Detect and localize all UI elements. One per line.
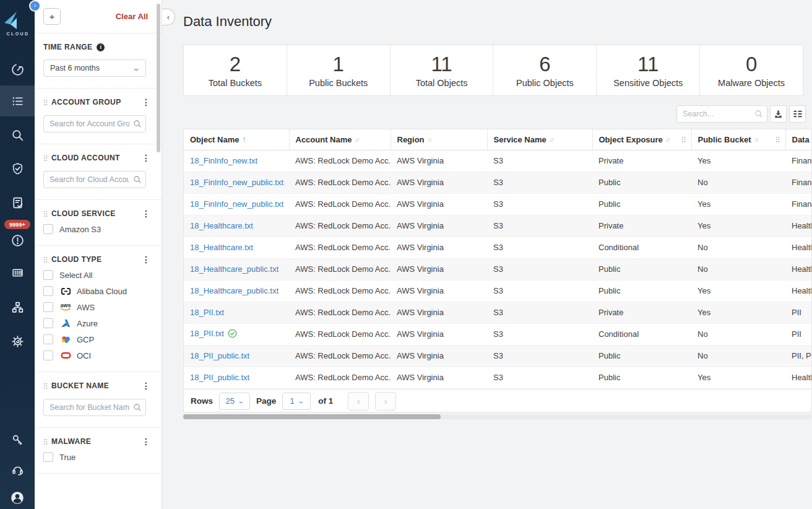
cell-service-name: S3: [487, 323, 592, 345]
nav-network[interactable]: [0, 296, 35, 318]
object-name-link[interactable]: 18_Healthcare.txt: [190, 221, 253, 230]
stat-total-objects: 11 Total Objects: [390, 45, 493, 95]
object-name-link[interactable]: 18_PII.txt: [190, 308, 224, 317]
column-settings-button[interactable]: [789, 105, 806, 123]
column-header-object-exposure[interactable]: Object Exposure↓↑: [592, 129, 691, 150]
stat-value: 0: [746, 53, 757, 76]
nav-alerts[interactable]: [0, 229, 35, 251]
nav-access-keys[interactable]: [0, 429, 35, 451]
drag-handle-icon[interactable]: [43, 211, 48, 217]
drag-handle-icon[interactable]: [43, 438, 48, 445]
cell-region: AWS Virginia: [391, 345, 487, 367]
kebab-menu-icon[interactable]: ⋮: [142, 155, 150, 161]
column-header-data-profile[interactable]: Data Profile↓↑: [785, 129, 812, 150]
kebab-menu-icon[interactable]: ⋮: [142, 211, 150, 217]
nav-search[interactable]: [0, 124, 35, 146]
object-name-link[interactable]: 18_Healthcare.txt: [190, 243, 253, 252]
object-name-link[interactable]: 18_Healthcare_public.txt: [190, 264, 279, 274]
checkbox-row-alibaba[interactable]: Alibaba Cloud: [43, 286, 150, 296]
checkbox[interactable]: [43, 270, 53, 280]
stat-label: Public Buckets: [309, 78, 368, 88]
stat-sensitive-objects: 11 Sensitive Objects: [596, 45, 699, 95]
object-name-link[interactable]: 18_PII.txt: [190, 329, 224, 338]
checkbox-row-select-all[interactable]: Select All: [43, 270, 150, 280]
rows-per-page-select[interactable]: 25 ⌄: [219, 393, 250, 410]
nav-dashboard[interactable]: [0, 58, 35, 80]
checkbox-row-aws[interactable]: aws AWS: [43, 302, 150, 312]
clear-all-button[interactable]: Clear All: [116, 12, 148, 21]
kebab-menu-icon[interactable]: ⋮: [142, 438, 150, 445]
cell-data-profile: Healthcare: [785, 280, 812, 302]
checkbox[interactable]: [43, 286, 53, 296]
cell-region: AWS Virginia: [391, 367, 487, 388]
previous-page-button[interactable]: ‹: [348, 392, 369, 411]
checkbox[interactable]: [43, 350, 53, 360]
checkbox-row-malware-true[interactable]: True: [43, 452, 150, 462]
search-icon: [133, 403, 142, 412]
pagination-bar: Rows 25 ⌄ Page 1 ⌄ of 1 ‹ ›: [183, 390, 812, 412]
object-name-link[interactable]: 18_Healthcare_public.txt: [190, 286, 279, 295]
drag-handle-icon[interactable]: [43, 99, 48, 105]
checkbox-row-gcp[interactable]: GCP: [43, 334, 150, 344]
object-name-link[interactable]: 18_FinInfo_new.txt: [190, 156, 257, 165]
nav-settings[interactable]: [0, 330, 35, 352]
column-header-public-bucket[interactable]: Public Bucket↓↑: [691, 129, 785, 150]
table-header-row: Object Name↑ Account Name↓↑ Region↓↑ Ser…: [184, 129, 812, 150]
column-header-account-name[interactable]: Account Name↓↑: [289, 129, 391, 150]
kebab-menu-icon[interactable]: ⋮: [142, 256, 150, 263]
account-group-search-input[interactable]: [43, 115, 146, 133]
panel-expand-button[interactable]: ›: [30, 1, 40, 11]
drag-handle-icon[interactable]: [43, 256, 48, 263]
checkbox[interactable]: [43, 302, 53, 312]
object-name-link[interactable]: 18_FinInfo_new_public.txt: [190, 178, 283, 187]
filter-panel-scrollbar[interactable]: [157, 4, 160, 152]
prisma-cloud-logo[interactable]: CLOUD: [0, 11, 35, 36]
cloud-account-search-input[interactable]: [43, 171, 146, 188]
download-button[interactable]: [770, 105, 787, 123]
nav-inventory[interactable]: [0, 90, 35, 112]
add-filter-button[interactable]: +: [43, 8, 61, 25]
nav-support[interactable]: [0, 459, 35, 481]
column-drag-handle-icon[interactable]: [775, 136, 780, 142]
checkbox[interactable]: [43, 452, 53, 462]
table-search-input[interactable]: [676, 105, 767, 123]
bucket-name-search-input[interactable]: [43, 399, 146, 416]
info-icon[interactable]: i: [97, 43, 105, 51]
nav-governance[interactable]: [0, 157, 35, 180]
table-row: 18_PII.txt AWS: RedLock Demo Acc... AWS …: [184, 323, 812, 345]
column-header-service-name[interactable]: Service Name↓↑: [487, 129, 592, 150]
object-name-link[interactable]: 18_PII_public.txt: [190, 373, 249, 382]
column-header-region[interactable]: Region↓↑: [391, 129, 487, 150]
stat-value: 6: [539, 53, 550, 76]
network-icon: [11, 300, 25, 315]
kebab-menu-icon[interactable]: ⋮: [142, 383, 150, 389]
column-drag-handle-icon[interactable]: [681, 136, 686, 142]
drag-handle-icon[interactable]: [43, 383, 48, 389]
checkbox-row-azure[interactable]: Azure: [43, 318, 150, 328]
cell-service-name: S3: [487, 237, 592, 258]
rows-label: Rows: [191, 396, 213, 406]
object-name-link[interactable]: 18_FinInfo_new_public.txt: [190, 199, 283, 209]
cell-account-name: AWS: RedLock Demo Acc...: [289, 215, 391, 237]
scrollbar-thumb[interactable]: [183, 414, 441, 419]
checkbox[interactable]: [43, 318, 53, 328]
page-select[interactable]: 1 ⌄: [282, 393, 311, 410]
search-icon: [754, 110, 763, 118]
object-name-link[interactable]: 18_PII_public.txt: [190, 351, 249, 360]
checkbox-row-amazon-s3[interactable]: Amazon S3: [43, 224, 150, 234]
nav-compliance[interactable]: [0, 191, 35, 214]
time-range-select[interactable]: Past 6 months ⌄: [43, 59, 146, 77]
checkbox-row-oci[interactable]: OCI: [43, 350, 150, 360]
shield-check-icon: [11, 162, 25, 176]
next-page-button[interactable]: ›: [375, 392, 396, 411]
column-header-object-name[interactable]: Object Name↑: [184, 129, 289, 150]
drag-handle-icon[interactable]: [43, 155, 48, 161]
checkbox[interactable]: [43, 334, 53, 344]
kebab-menu-icon[interactable]: ⋮: [142, 99, 150, 105]
checkbox[interactable]: [43, 224, 53, 234]
cell-public-bucket: Yes: [691, 193, 785, 215]
table-row: 18_Healthcare.txt AWS: RedLock Demo Acc.…: [184, 215, 812, 237]
nav-containers[interactable]: [0, 261, 35, 284]
panel-collapse-button[interactable]: ‹: [162, 9, 175, 25]
nav-profile[interactable]: [0, 487, 35, 509]
